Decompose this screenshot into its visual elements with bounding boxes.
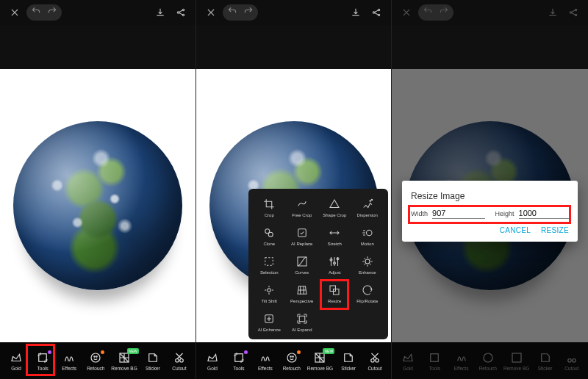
tab-label: Effects (454, 366, 469, 371)
topbar (392, 0, 588, 25)
dot-icon (48, 350, 51, 354)
dot-icon (297, 350, 301, 354)
bottom-toolbar: Gold Tools Effects Retouch Remove BG Sti… (392, 342, 588, 379)
svg-point-5 (94, 355, 96, 357)
tool-fliprotate[interactable]: Flip/Rotate (351, 281, 384, 306)
new-badge: NEW (323, 348, 334, 354)
tab-effects[interactable]: Effects (58, 351, 80, 371)
cancel-button[interactable]: CANCEL (500, 226, 531, 234)
svg-point-16 (293, 355, 294, 357)
close-button[interactable] (202, 4, 220, 21)
svg-rect-26 (265, 258, 273, 266)
tab-cutout[interactable]: Cutout (364, 351, 386, 371)
tab-label: Cutout (368, 366, 381, 371)
tab-label: Sticker (341, 366, 356, 371)
tool-label: Flip/Rotate (356, 299, 378, 303)
topbar (0, 0, 196, 25)
tab-label: Retouch (479, 366, 497, 371)
download-button[interactable] (151, 4, 169, 21)
tab-label: Gold (11, 366, 21, 371)
tab-tools[interactable]: Tools (228, 351, 250, 371)
tab-retouch[interactable]: Retouch (85, 351, 107, 371)
tool-enhance[interactable]: Enhance (351, 252, 384, 278)
close-button[interactable] (6, 4, 24, 21)
tool-curves[interactable]: Curves (286, 252, 319, 278)
tab-label: Tools (37, 366, 49, 371)
download-button[interactable] (347, 4, 365, 21)
share-button (564, 4, 582, 21)
tab-sticker[interactable]: Sticker (337, 351, 359, 371)
panel-step1: Gold Tools Effects Retouch NEW Remove BG… (0, 0, 196, 379)
tab-tools: Tools (423, 351, 445, 371)
undo-icon[interactable] (31, 6, 41, 19)
tool-resize[interactable]: Resize (318, 281, 351, 306)
new-badge: NEW (127, 348, 139, 354)
svg-point-37 (570, 12, 571, 13)
tab-effects: Effects (451, 351, 473, 371)
tool-tiltshift[interactable]: Tilt Shift (253, 281, 286, 306)
width-field[interactable]: 907 (432, 209, 484, 219)
height-field[interactable]: 1000 (519, 209, 569, 219)
tab-label: Remove BG (503, 366, 529, 371)
tool-label: Stretch (328, 242, 342, 246)
svg-point-31 (365, 259, 370, 264)
svg-rect-24 (298, 229, 306, 237)
tool-dispersion[interactable]: Dispersion (351, 195, 384, 220)
svg-point-38 (575, 9, 576, 10)
tool-clone[interactable]: Clone (253, 223, 286, 249)
svg-point-44 (573, 358, 576, 362)
panel-step2: Gold Tools Effects Retouch NEWRemove BG … (196, 0, 391, 379)
tool-aienhance[interactable]: AI Enhance (253, 309, 286, 335)
tab-removebg[interactable]: NEW Remove BG (111, 351, 137, 371)
tool-crop[interactable]: Crop (253, 195, 286, 220)
tool-label: Clone (263, 242, 275, 246)
tool-selection[interactable]: Selection (253, 252, 286, 278)
editor-canvas[interactable] (0, 69, 196, 342)
tab-label: Tools (233, 366, 244, 371)
redo-icon[interactable] (243, 6, 254, 19)
tool-label: AI Enhance (258, 328, 281, 332)
share-button[interactable] (172, 4, 190, 21)
tab-effects[interactable]: Effects (254, 351, 276, 371)
tab-sticker[interactable]: Sticker (142, 351, 164, 371)
tab-retouch[interactable]: Retouch (281, 351, 303, 371)
resize-button[interactable]: RESIZE (541, 226, 569, 234)
tab-cutout[interactable]: Cutout (168, 351, 190, 371)
tab-gold[interactable]: Gold (5, 351, 27, 371)
tab-tools[interactable]: Tools (32, 351, 54, 371)
svg-point-8 (176, 358, 179, 362)
earth-image (13, 121, 182, 290)
download-button (544, 4, 562, 21)
width-label: Width (411, 210, 428, 217)
tab-label: Sticker (146, 366, 160, 371)
tool-aireplace[interactable]: AI Replace (286, 223, 319, 249)
tool-label: Dispersion (357, 213, 378, 217)
tool-freecrop[interactable]: Free Crop (286, 195, 319, 220)
svg-rect-40 (431, 353, 439, 361)
share-button[interactable] (368, 4, 385, 21)
close-button[interactable] (398, 4, 415, 21)
tool-stretch[interactable]: Stretch (318, 223, 351, 249)
tab-removebg[interactable]: NEWRemove BG (307, 351, 333, 371)
svg-point-41 (484, 353, 492, 362)
tab-label: Effects (62, 366, 76, 371)
tool-aiexpand[interactable]: AI Expand (286, 309, 319, 335)
undo-icon[interactable] (227, 6, 237, 19)
svg-point-9 (180, 358, 184, 362)
redo-icon[interactable] (47, 6, 57, 19)
tab-retouch: Retouch (477, 351, 499, 371)
tool-adjust[interactable]: Adjust (318, 252, 351, 278)
svg-point-11 (378, 9, 379, 10)
tool-shapecrop[interactable]: Shape Crop (318, 195, 351, 220)
tab-label: Tools (429, 366, 440, 371)
tool-motion[interactable]: Motion (351, 223, 384, 249)
tab-gold[interactable]: Gold (201, 351, 223, 371)
bottom-toolbar: Gold Tools Effects Retouch NEW Remove BG… (0, 342, 196, 379)
undo-redo-group (418, 4, 453, 21)
svg-point-12 (378, 14, 379, 15)
svg-point-19 (376, 358, 379, 362)
svg-point-2 (182, 14, 184, 15)
tool-perspective[interactable]: Perspective (286, 281, 319, 306)
tool-label: Tilt Shift (262, 299, 277, 303)
dot-icon (244, 350, 248, 354)
